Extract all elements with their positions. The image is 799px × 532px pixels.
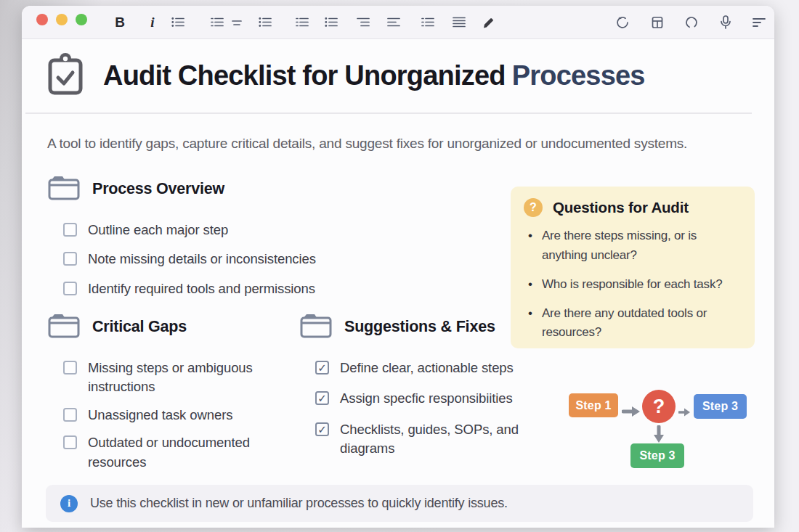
lasso-circle-icon[interactable] (682, 13, 701, 32)
process-overview-list: Outline each major step Note missing det… (63, 221, 376, 298)
checkbox-checked[interactable]: ✓ (315, 361, 329, 375)
section-suggestions-fixes: Suggestions & Fixes (300, 312, 495, 342)
checklist-item: Missing steps or ambiguous instructions (63, 359, 290, 397)
diagram-step3-bottom-box: Step 3 (630, 443, 684, 468)
section-title: Process Overview (92, 180, 224, 198)
section-title: Suggestions & Fixes (344, 318, 495, 336)
bullet-dot: • (528, 304, 532, 343)
section-process-overview: Process Overview (48, 174, 224, 204)
microphone-icon[interactable] (716, 13, 735, 32)
question-text: Are there steps missing, or is anything … (542, 226, 745, 266)
folder-icon (48, 312, 80, 342)
diagram-step3-top-box: Step 3 (694, 394, 747, 419)
align-right-icon[interactable] (354, 13, 373, 32)
info-bar: i Use this checklist in new or unfamilia… (46, 485, 753, 522)
bulleted-list-icon[interactable] (169, 13, 187, 32)
info-icon: i (60, 495, 78, 512)
bullet-dot: • (528, 226, 532, 266)
arrow-right-icon (622, 404, 641, 422)
page-title-accent: Processes (512, 60, 645, 91)
questions-title: Questions for Audit (553, 199, 689, 216)
pencil-icon[interactable] (479, 13, 498, 32)
checklist-label: Outdated or undocumented resources (88, 433, 290, 472)
page-title-main: Audit Checklist for Unorganized (103, 60, 506, 91)
ordered-list-icon[interactable] (208, 13, 227, 32)
checklist-label: Identify required tools and permissions (88, 279, 315, 298)
checkbox-unchecked[interactable] (63, 223, 77, 237)
checklist-label: Missing steps or ambiguous instructions (88, 359, 290, 397)
suggestions-list: ✓ Define clear, actionable steps ✓ Assig… (315, 359, 556, 459)
questions-header: ? Questions for Audit (524, 198, 745, 217)
title-row: Audit Checklist for UnorganizedProcesses (46, 52, 645, 99)
note-window: B i (22, 6, 774, 528)
checklist-item: ✓ Define clear, actionable steps (315, 359, 556, 377)
checklist-item: ✓ Checklists, guides, SOPs, and diagrams (315, 420, 556, 459)
arrow-right-small-icon (678, 407, 691, 420)
question-text: Are there any outdated tools or resource… (542, 304, 745, 343)
checkbox-checked[interactable]: ✓ (315, 422, 329, 436)
checkbox-unchecked[interactable] (63, 252, 77, 266)
question-item: • Are there steps missing, or is anythin… (528, 226, 745, 266)
questions-for-audit-panel: ? Questions for Audit • Are there steps … (511, 187, 755, 348)
numbered-list-icon[interactable] (293, 13, 312, 32)
checkbox-unchecked[interactable] (63, 282, 77, 295)
close-button[interactable] (36, 14, 48, 25)
archive-icon[interactable] (648, 13, 667, 32)
section-critical-gaps: Critical Gaps (48, 312, 187, 342)
title-divider (25, 112, 752, 114)
bold-button[interactable]: B (110, 13, 129, 32)
italic-button[interactable]: i (143, 13, 162, 32)
checklist-label: Outline each major step (88, 221, 228, 240)
question-text: Who is responsible for each task? (542, 275, 723, 295)
checklist-item: Outline each major step (63, 221, 376, 240)
checklist-item: ✓ Assign specfic responsibiities (315, 389, 556, 408)
dash-icon[interactable] (227, 13, 246, 32)
bullet-dot: • (528, 275, 532, 295)
checklist-label: Assign specfic responsibiities (340, 389, 513, 408)
folder-icon (300, 312, 332, 342)
critical-gaps-list: Missing steps or ambiguous instructions … (63, 359, 290, 472)
checklist-item: Outdated or undocumented resources (63, 433, 290, 472)
diagram-question-circle: ? (642, 390, 676, 423)
history-icon[interactable] (614, 13, 633, 32)
checklist-label: Define clear, actionable steps (340, 359, 514, 377)
zoom-button[interactable] (76, 14, 87, 25)
clipboard-check-icon (46, 52, 84, 99)
info-text: Use this checklist in new or unfamiliar … (90, 496, 508, 511)
checkbox-unchecked[interactable] (63, 435, 77, 449)
subtitle: A tool to identify gaps, capture critica… (47, 136, 687, 152)
checkbox-unchecked[interactable] (63, 361, 77, 375)
question-badge-icon: ? (524, 198, 543, 217)
diagram-step1-box: Step 1 (569, 393, 618, 417)
checklist-icon[interactable] (256, 13, 275, 32)
task-list-icon[interactable] (322, 13, 341, 32)
questions-list: • Are there steps missing, or is anythin… (522, 226, 745, 343)
quote-list-icon[interactable] (418, 13, 437, 32)
checklist-label: Note missing details or inconsistencies (88, 250, 316, 269)
question-item: • Are there any outdated tools or resour… (528, 304, 745, 343)
folder-icon (48, 174, 80, 204)
align-lines-icon[interactable] (750, 13, 768, 32)
page-title: Audit Checklist for UnorganizedProcesses (103, 60, 645, 91)
checkbox-checked[interactable]: ✓ (315, 391, 329, 405)
indent-icon[interactable] (384, 13, 403, 32)
checkbox-unchecked[interactable] (63, 408, 77, 422)
section-title: Critical Gaps (92, 318, 187, 336)
minimize-button[interactable] (56, 14, 68, 25)
checklist-label: Checklists, guides, SOPs, and diagrams (340, 420, 556, 459)
checklist-item: Unassigned task owners (63, 406, 290, 425)
checklist-label: Unassigned task owners (88, 406, 232, 425)
checklist-item: Note missing details or inconsistencies (63, 250, 376, 269)
justify-icon[interactable] (450, 13, 469, 32)
checklist-item: Identify required tools and permissions (63, 279, 376, 298)
toolbar: B i (22, 6, 774, 39)
question-item: • Who is responsible for each task? (528, 275, 745, 295)
